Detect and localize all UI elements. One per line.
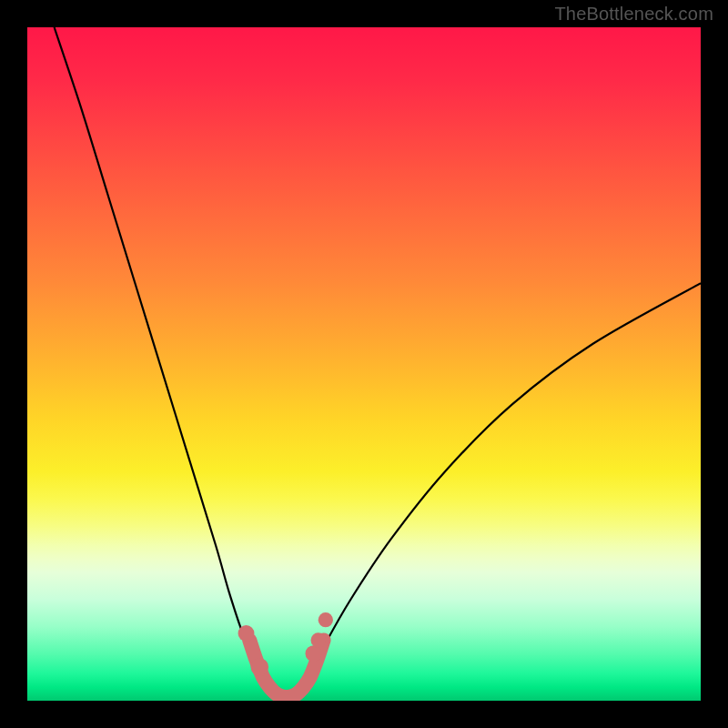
right-curve: [283, 283, 701, 697]
left-curve: [55, 27, 284, 697]
watermark-text: TheBottleneck.com: [554, 4, 713, 25]
chart-svg: [27, 27, 701, 701]
svg-point-4: [318, 612, 333, 627]
plot-area: [27, 27, 701, 701]
svg-point-3: [311, 632, 326, 647]
svg-point-1: [251, 658, 269, 676]
svg-point-2: [306, 645, 322, 662]
chart-frame: TheBottleneck.com: [0, 0, 728, 728]
svg-point-0: [238, 625, 255, 642]
